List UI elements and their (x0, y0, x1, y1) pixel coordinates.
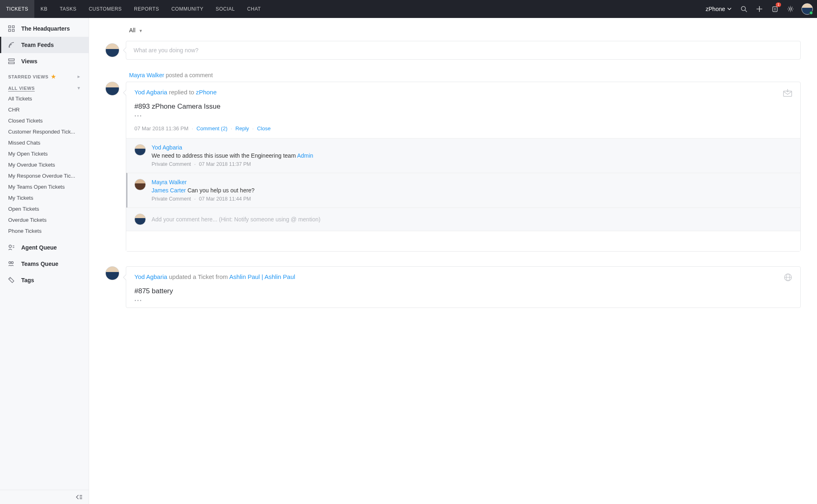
feed-post: Yod Agbaria updated a Ticket from Ashlin… (105, 266, 801, 308)
plus-icon (756, 6, 763, 12)
post-verb: updated a Ticket from (167, 273, 229, 280)
feed-filter[interactable]: All ▼ (105, 24, 801, 41)
view-item[interactable]: My Response Overdue Tic... (0, 170, 89, 181)
reply-action[interactable]: Reply (235, 125, 249, 132)
view-item[interactable]: Closed Tickets (0, 115, 89, 126)
chevron-right-icon: ▸ (78, 74, 80, 79)
brand-selector[interactable]: zPhone (706, 6, 731, 12)
comment-action[interactable]: Comment (2) (196, 125, 228, 132)
avatar (134, 214, 146, 225)
sidebar-item-team-feeds[interactable]: Team Feeds (0, 37, 89, 53)
collapse-sidebar-button[interactable] (76, 494, 83, 500)
settings-button[interactable] (784, 0, 797, 18)
comments-section: Yod Agbaria We need to address this issu… (126, 138, 800, 231)
main-content: All ▼ What are you doing now? Mayra Walk… (89, 18, 817, 504)
nav-tab-customers[interactable]: CUSTOMERS (83, 0, 128, 18)
comment: Yod Agbaria We need to address this issu… (126, 138, 800, 173)
collapse-icon (76, 494, 83, 500)
search-button[interactable] (737, 0, 751, 18)
comment-visibility: Private Comment (152, 161, 191, 167)
svg-rect-9 (9, 59, 14, 60)
avatar (105, 266, 119, 280)
notifications-button[interactable]: 1 (768, 0, 782, 18)
sidebar-item-label: Teams Queue (21, 261, 58, 267)
post-target-link[interactable]: Ashlin Paul | Ashlin Paul (229, 273, 295, 280)
views-icon (8, 58, 16, 65)
chevron-down-icon (728, 8, 731, 10)
view-item[interactable]: CHR (0, 104, 89, 115)
post-context: Mayra Walker posted a comment (105, 72, 801, 78)
nav-tab-chat[interactable]: CHAT (241, 0, 267, 18)
view-item[interactable]: Phone Tickets (0, 225, 89, 236)
view-item[interactable]: Customer Responded Tick... (0, 126, 89, 137)
add-button[interactable] (752, 0, 766, 18)
mention-link[interactable]: Admin (297, 152, 313, 159)
sidebar-item-teams-queue[interactable]: Teams Queue (0, 256, 89, 272)
sidebar-item-label: Agent Queue (21, 244, 57, 251)
svg-rect-10 (9, 62, 14, 64)
post-verb: replied to (167, 89, 196, 96)
sidebar-item-views[interactable]: Views (0, 53, 89, 69)
view-item[interactable]: Missed Chats (0, 137, 89, 148)
view-item[interactable]: All Tickets (0, 93, 89, 104)
comment-author-link[interactable]: Mayra Walker (152, 179, 792, 185)
nav-tab-kb[interactable]: KB (34, 0, 54, 18)
sidebar-item-label: Tags (21, 277, 34, 283)
post-title[interactable]: #875 battery (126, 284, 800, 297)
profile-menu[interactable] (801, 3, 813, 15)
close-action[interactable]: Close (257, 125, 270, 132)
comment-visibility: Private Comment (152, 196, 191, 202)
svg-line-1 (745, 10, 747, 12)
filter-label: All (129, 27, 136, 33)
nav-tab-social[interactable]: SOCIAL (210, 0, 241, 18)
chevron-down-icon: ▼ (138, 29, 143, 33)
sidebar-item-headquarters[interactable]: The Headquarters (0, 20, 89, 37)
comment-author-link[interactable]: Yod Agbaria (152, 144, 792, 151)
post-body-ellipsis: ··· (126, 297, 800, 308)
view-item[interactable]: My Tickets (0, 192, 89, 203)
sidebar-item-label: Views (21, 58, 37, 65)
view-item[interactable]: My Open Tickets (0, 148, 89, 159)
email-channel-icon (783, 89, 792, 97)
post-actor-link[interactable]: Yod Agbaria (134, 89, 167, 96)
comment-composer[interactable] (126, 207, 800, 231)
avatar (134, 179, 146, 190)
comment-text: James Carter Can you help us out here? (152, 187, 792, 194)
view-item[interactable]: Positive Customer Happin... (0, 236, 89, 239)
sidebar: The Headquarters Team Feeds Views STARRE… (0, 18, 89, 504)
sidebar-item-agent-queue[interactable]: Agent Queue (0, 239, 89, 256)
mention-link[interactable]: James Carter (152, 187, 186, 194)
svg-point-3 (789, 8, 791, 10)
all-views-header[interactable]: ALL VIEWS ▾ (0, 81, 89, 92)
svg-rect-7 (12, 29, 14, 31)
star-icon: ★ (51, 74, 56, 80)
post-title[interactable]: #893 zPhone Camera Issue (126, 99, 800, 112)
svg-point-14 (9, 262, 11, 264)
view-item[interactable]: Open Tickets (0, 203, 89, 214)
view-item[interactable]: Overdue Tickets (0, 214, 89, 225)
nav-tab-reports[interactable]: REPORTS (128, 0, 165, 18)
starred-views-header[interactable]: STARRED VIEWS★ ▸ (0, 69, 89, 81)
post-body-ellipsis: ··· (126, 112, 800, 123)
view-item[interactable]: My Overdue Tickets (0, 159, 89, 170)
teams-queue-icon (8, 261, 16, 267)
avatar (134, 144, 146, 156)
status-composer[interactable]: What are you doing now? (126, 41, 801, 60)
nav-tab-community[interactable]: COMMUNITY (165, 0, 210, 18)
avatar (105, 43, 119, 57)
context-user-link[interactable]: Mayra Walker (129, 72, 164, 78)
nav-tab-tasks[interactable]: TASKS (54, 0, 83, 18)
svg-rect-6 (9, 29, 11, 31)
agent-queue-icon (8, 244, 16, 251)
web-channel-icon (784, 273, 792, 281)
view-item[interactable]: My Teams Open Tickets (0, 181, 89, 192)
top-navigation: TICKETS KB TASKS CUSTOMERS REPORTS COMMU… (0, 0, 817, 18)
svg-point-0 (741, 6, 745, 10)
nav-tab-tickets[interactable]: TICKETS (0, 0, 34, 18)
sidebar-item-tags[interactable]: Tags (0, 272, 89, 288)
comment-timestamp: 07 Mar 2018 11:37 PM (199, 161, 251, 167)
post-target-link[interactable]: zPhone (196, 89, 217, 96)
chevron-down-icon: ▾ (78, 85, 80, 91)
comment-input[interactable] (152, 216, 792, 223)
post-actor-link[interactable]: Yod Agbaria (134, 273, 167, 280)
